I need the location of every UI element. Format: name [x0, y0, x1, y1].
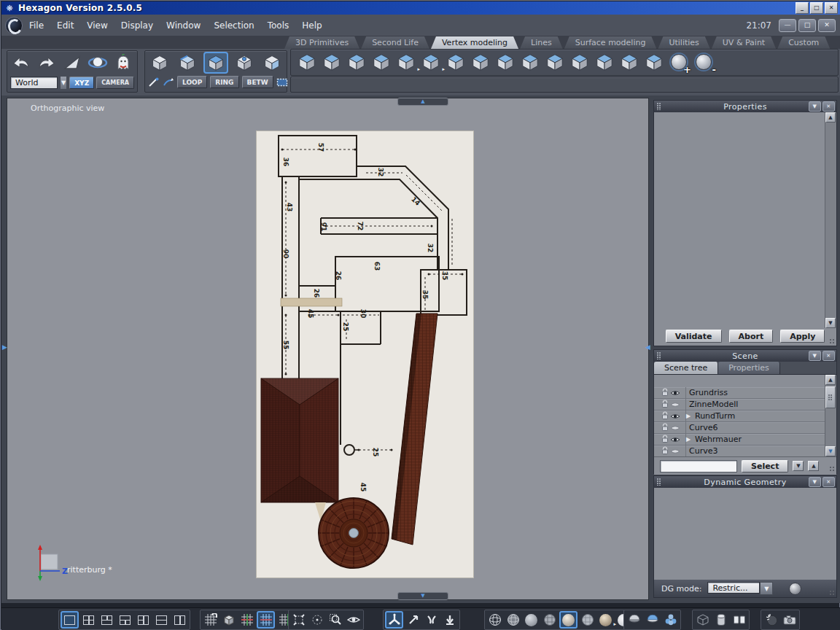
scene-item-name[interactable]: Curve6	[689, 423, 718, 432]
menu-item[interactable]: Window	[160, 20, 207, 31]
shading-wireframe-icon[interactable]	[486, 612, 503, 628]
top-collapse-handle[interactable]: ▲	[397, 98, 448, 106]
mdi-maximize-icon[interactable]: □	[798, 19, 816, 32]
select-button[interactable]: Select	[742, 460, 788, 472]
ribbon-tab[interactable]: Custom	[777, 36, 830, 49]
ghost-icon[interactable]	[112, 52, 134, 73]
tab-scene-tree[interactable]: Scene tree	[654, 362, 718, 374]
panel-resize-grip[interactable]	[830, 467, 836, 472]
shading-flat-icon[interactable]	[523, 612, 540, 628]
modeling-tool-icon[interactable]	[642, 51, 666, 73]
modeling-tool-icon[interactable]: +	[667, 51, 691, 73]
panel-menu-icon[interactable]: ▼	[809, 477, 821, 487]
panel-menu-icon[interactable]: ▼	[809, 351, 821, 361]
move-down-icon[interactable]: ▼	[793, 461, 804, 471]
close-icon[interactable]: ✕	[825, 2, 838, 14]
modeling-tool-icon[interactable]: ▸	[394, 51, 418, 73]
bottom-collapse-handle[interactable]: ▼	[397, 592, 448, 600]
expand-arrow-icon[interactable]: ▶	[686, 413, 692, 419]
layout-left-split-icon[interactable]	[135, 612, 152, 628]
expand-arrow-icon[interactable]: ▶	[686, 437, 692, 443]
multi-sphere-icon[interactable]	[662, 612, 679, 628]
properties-scrollbar[interactable]: ▲ ▼	[825, 112, 836, 328]
ribbon-tab[interactable]: Surface modeling	[564, 36, 657, 49]
modeling-tool-icon[interactable]	[593, 51, 616, 73]
xyz-toggle-button[interactable]: XYZ	[69, 77, 94, 89]
ribbon-tab[interactable]: Second Life	[361, 36, 429, 49]
left-panel-expander-icon[interactable]: ▶	[2, 344, 7, 351]
drop-tool-icon[interactable]	[441, 612, 458, 628]
scroll-up-icon[interactable]: ▲	[825, 375, 836, 385]
zoom-tool-icon[interactable]	[327, 612, 343, 628]
panels-icon[interactable]	[731, 612, 747, 628]
modeling-tool-icon[interactable]	[469, 51, 492, 73]
lock-icon[interactable]	[661, 444, 669, 456]
triangle-tool-icon[interactable]	[61, 52, 84, 73]
panel-close-icon[interactable]: ✕	[822, 477, 835, 487]
dynamic-geometry-header[interactable]: Dynamic Geometry ▼ ✕	[654, 476, 836, 488]
ribbon-tab[interactable]: Utilities	[658, 36, 709, 49]
modeling-tool-icon[interactable]	[543, 51, 567, 73]
layout-hsplit-icon[interactable]	[153, 612, 170, 628]
layout-quad-icon[interactable]	[80, 612, 97, 628]
modeling-tool-icon[interactable]	[494, 51, 517, 73]
modeling-tool-icon[interactable]: -	[692, 51, 715, 73]
center-selection-icon[interactable]	[308, 612, 325, 628]
shading-flat-wire-icon[interactable]	[541, 612, 558, 628]
select-faces-icon[interactable]	[203, 52, 228, 74]
minimize-icon[interactable]: _	[796, 2, 809, 14]
ribbon-tab[interactable]: Vertex modeling	[431, 36, 518, 49]
frontface-hemisphere-icon[interactable]	[644, 612, 661, 628]
grundriss-plan-image[interactable]: 5736324390149172326326263535453025552545	[257, 131, 473, 578]
undo-arrow-icon[interactable]	[10, 52, 33, 73]
scene-tree-row[interactable]: Curve3	[654, 446, 825, 456]
loop-select-button[interactable]: LOOP	[177, 76, 207, 88]
menu-item[interactable]: File	[23, 20, 50, 31]
layout-bottom-split-icon[interactable]	[117, 612, 133, 628]
layout-vsplit-icon[interactable]	[171, 612, 188, 628]
panel-menu-icon[interactable]: ▼	[809, 101, 821, 112]
mdi-close-icon[interactable]: ✕	[818, 19, 836, 32]
layout-top-split-icon[interactable]	[98, 612, 115, 628]
menu-item[interactable]: View	[80, 20, 114, 31]
modeling-tool-icon[interactable]	[568, 51, 591, 73]
menu-item[interactable]: Help	[295, 20, 328, 31]
modeling-tool-icon[interactable]	[518, 51, 542, 73]
shading-smooth-wire-icon[interactable]	[579, 612, 596, 628]
properties-panel-header[interactable]: Properties ▼ ✕	[654, 101, 836, 112]
scroll-up-icon[interactable]: ▲	[825, 112, 836, 122]
right-panel-expander-icon[interactable]: ◀	[645, 344, 650, 351]
scene-filter-input[interactable]	[660, 460, 737, 472]
select-edges-icon[interactable]	[176, 52, 199, 73]
modeling-tool-icon[interactable]	[345, 51, 368, 73]
render-icon[interactable]	[763, 612, 779, 628]
maximize-icon[interactable]: □	[810, 2, 823, 14]
cylinder-icon[interactable]	[712, 612, 729, 628]
validate-button[interactable]: Validate	[666, 330, 722, 343]
viewport-orthographic[interactable]: Orthographic view	[7, 98, 649, 600]
orbit-sphere-icon[interactable]	[86, 52, 109, 73]
mdi-minimize-icon[interactable]: —	[779, 19, 796, 32]
scene-panel-header[interactable]: Scene ▼ ✕	[654, 350, 836, 362]
scroll-thumb[interactable]	[825, 386, 836, 408]
backface-hemisphere-icon[interactable]	[626, 612, 642, 628]
shading-smooth-icon[interactable]	[559, 611, 578, 629]
scene-item-name[interactable]: Grundriss	[689, 388, 728, 397]
select-object-icon[interactable]	[233, 52, 256, 73]
modeling-tool-icon[interactable]	[320, 51, 343, 73]
between-select-button[interactable]: BETW	[242, 76, 273, 88]
wire-box-icon[interactable]	[694, 612, 711, 628]
select-auto-icon[interactable]	[260, 52, 284, 73]
grid-visible-icon[interactable]	[257, 611, 275, 629]
panel-close-icon[interactable]: ✕	[822, 351, 835, 361]
redo-arrow-icon[interactable]	[36, 52, 58, 73]
universal-manipulator-icon[interactable]	[385, 611, 403, 629]
grid-snap-icon[interactable]	[202, 612, 219, 628]
abort-button[interactable]: Abort	[729, 330, 774, 343]
lock-3d-icon[interactable]	[220, 612, 237, 628]
tab-scene-properties[interactable]: Properties	[718, 362, 780, 374]
snapshot-camera-icon[interactable]	[781, 612, 798, 628]
eye-visibility-icon[interactable]	[670, 444, 680, 456]
dg-mode-select[interactable]: Restric...	[707, 582, 760, 594]
layout-single-icon[interactable]	[61, 611, 79, 629]
